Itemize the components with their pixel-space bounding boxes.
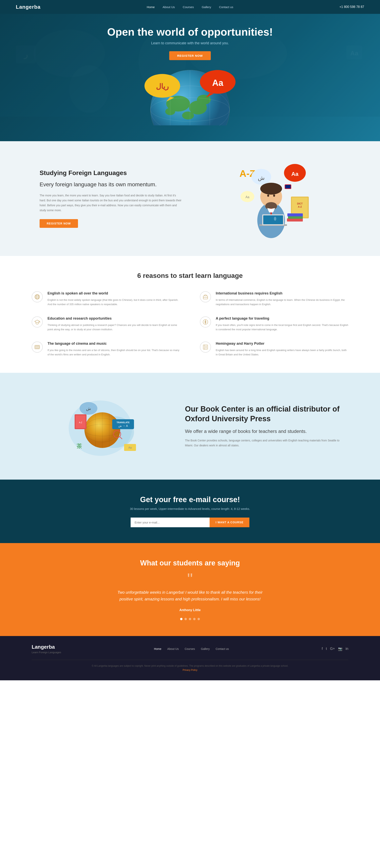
reasons-title: 6 reasons to start learn language <box>32 272 348 279</box>
reason-text-6: Hemingway and Harry Potter English has b… <box>216 342 348 357</box>
reason-item-3: Education and research opportunities Thi… <box>32 316 180 332</box>
footer-social: f t G+ 📷 in <box>322 647 348 651</box>
book-center-section: TRANSLATE ش → A A-Z 茶 Aa ش Our Book Cent… <box>0 373 380 479</box>
svg-rect-52 <box>287 218 303 221</box>
email-input[interactable] <box>130 518 210 527</box>
svg-text:A-Z: A-Z <box>79 422 82 424</box>
svg-text:Aa: Aa <box>212 78 224 88</box>
book-center-body: The Book Center provides schools, langua… <box>185 438 341 448</box>
reason-text-4: A perfect language for traveling If you … <box>216 316 348 332</box>
hero-section: ر Aa Open the world of opportunities! Le… <box>0 14 380 141</box>
svg-text:ريال: ريال <box>156 82 169 91</box>
footer: Langerba Learn Foreign Languages Home Ab… <box>0 636 380 680</box>
dot-3[interactable] <box>189 618 191 620</box>
svg-point-49 <box>274 217 276 221</box>
compass-icon <box>200 316 211 328</box>
graduation-icon <box>32 316 43 328</box>
book-center-title: Our Book Center is an official distribut… <box>185 404 341 424</box>
footer-nav-home[interactable]: Home <box>154 647 161 650</box>
footer-top: Langerba Learn Foreign Languages Home Ab… <box>32 644 348 660</box>
svg-text:Aa: Aa <box>350 50 358 57</box>
dot-1[interactable] <box>180 618 182 620</box>
testimonial-text: Two unforgettable weeks in Langerba! I w… <box>111 589 269 602</box>
email-course-button[interactable]: I WANT A COURSE <box>210 518 250 527</box>
hero-title: Open the world of opportunities! <box>107 26 273 38</box>
svg-text:ش: ش <box>86 406 91 411</box>
book-center-illustration: TRANSLATE ش → A A-Z 茶 Aa ش <box>65 389 144 464</box>
footer-nav-about[interactable]: About Us <box>167 647 179 650</box>
svg-marker-65 <box>205 320 206 322</box>
email-form: I WANT A COURSE <box>130 518 250 527</box>
studying-register-button[interactable]: REGISTER NOW <box>39 219 78 228</box>
book-center-subtitle: We offer a wide range of books for teach… <box>185 429 341 434</box>
globe-icon <box>32 291 43 302</box>
footer-nav-contact[interactable]: Contact us <box>215 647 229 650</box>
quote-mark: " <box>39 575 341 583</box>
nav-gallery[interactable]: Gallery <box>202 5 211 9</box>
film-icon <box>32 342 43 352</box>
reason-text-3: Education and research opportunities Thi… <box>48 316 180 332</box>
footer-bottom: © All Langerba languages are subject to … <box>32 664 348 673</box>
svg-text:Aa: Aa <box>291 171 298 177</box>
svg-text:ر: ر <box>24 50 28 59</box>
studying-text: Studying Foreign Languages Every foreign… <box>39 169 182 228</box>
twitter-icon[interactable]: t <box>326 647 327 651</box>
reason-item-6: Hemingway and Harry Potter English has b… <box>200 342 348 357</box>
hero-subtitle: Learn to communicate with the world arou… <box>151 41 229 45</box>
footer-nav-gallery[interactable]: Gallery <box>201 647 210 650</box>
header: Langerba Home About Us Courses Gallery C… <box>0 0 380 14</box>
svg-point-13 <box>182 112 194 120</box>
linkedin-icon[interactable]: in <box>346 647 348 651</box>
svg-point-40 <box>260 183 282 195</box>
privacy-policy-link[interactable]: Privacy Policy <box>183 669 198 672</box>
studying-section: Studying Foreign Languages Every foreign… <box>0 141 380 256</box>
reason-text-1: English is spoken all over the world Eng… <box>48 291 180 307</box>
svg-text:Aa: Aa <box>128 446 132 449</box>
reason-item-4: A perfect language for traveling If you … <box>200 316 348 332</box>
studying-body: The more you learn, the more you want to… <box>39 193 182 213</box>
reason-text-5: The language of cinema and music If you … <box>48 342 180 357</box>
reason-item-2: International business requires English … <box>200 291 348 307</box>
email-course-title: Get your free e-mail course! <box>39 495 341 504</box>
testimonial-author: Anthony Little <box>39 608 341 612</box>
facebook-icon[interactable]: f <box>322 647 323 651</box>
hero-register-button[interactable]: REGISTER NOW <box>169 51 211 60</box>
svg-text:DICT: DICT <box>297 202 303 205</box>
nav-about[interactable]: About Us <box>163 5 175 9</box>
nav-contact[interactable]: Contact us <box>219 5 233 9</box>
svg-point-42 <box>267 194 269 197</box>
nav-courses[interactable]: Courses <box>183 5 194 9</box>
testimonials-title: What our students are saying <box>39 559 341 567</box>
svg-point-4 <box>69 65 109 113</box>
google-plus-icon[interactable]: G+ <box>330 647 335 651</box>
book-center-text: Our Book Center is an official distribut… <box>185 404 341 448</box>
svg-text:A-Z: A-Z <box>298 206 302 208</box>
nav-home[interactable]: Home <box>147 5 155 9</box>
dot-4[interactable] <box>193 618 196 620</box>
briefcase-icon <box>200 291 211 302</box>
footer-brand: Langerba Learn Foreign Languages <box>32 644 61 654</box>
email-course-section: Get your free e-mail course! 30 lessons … <box>0 479 380 543</box>
svg-text:ش: ش <box>258 175 265 181</box>
dot-5[interactable] <box>198 618 200 620</box>
reason-item-1: English is spoken all over the world Eng… <box>32 291 180 307</box>
teacher-illustration: DICT A-Z A-Z Aa ش Aa <box>228 157 311 240</box>
reason-text-2: International business requires English … <box>216 291 348 307</box>
svg-rect-54 <box>287 213 303 216</box>
dot-2[interactable] <box>184 618 187 620</box>
svg-marker-66 <box>205 322 206 324</box>
testimonial-dots <box>39 618 341 620</box>
svg-rect-50 <box>285 185 291 189</box>
svg-text:TRANSLATE: TRANSLATE <box>117 421 129 424</box>
reasons-section: 6 reasons to start learn language Englis… <box>0 256 380 373</box>
header-logo: Langerba <box>16 4 40 10</box>
footer-tagline: Learn Foreign Languages <box>32 651 61 654</box>
studying-headline: Every foreign language has its own momen… <box>39 181 182 188</box>
instagram-icon[interactable]: 📷 <box>338 647 342 651</box>
svg-text:Aa: Aa <box>245 195 250 199</box>
footer-nav-courses[interactable]: Courses <box>185 647 195 650</box>
svg-text:ش → A: ش → A <box>118 424 128 428</box>
globe-svg: ريال Aa <box>130 70 250 125</box>
footer-copyright: © All Langerba languages are subject to … <box>32 664 348 668</box>
main-nav: Home About Us Courses Gallery Contact us <box>147 5 233 9</box>
